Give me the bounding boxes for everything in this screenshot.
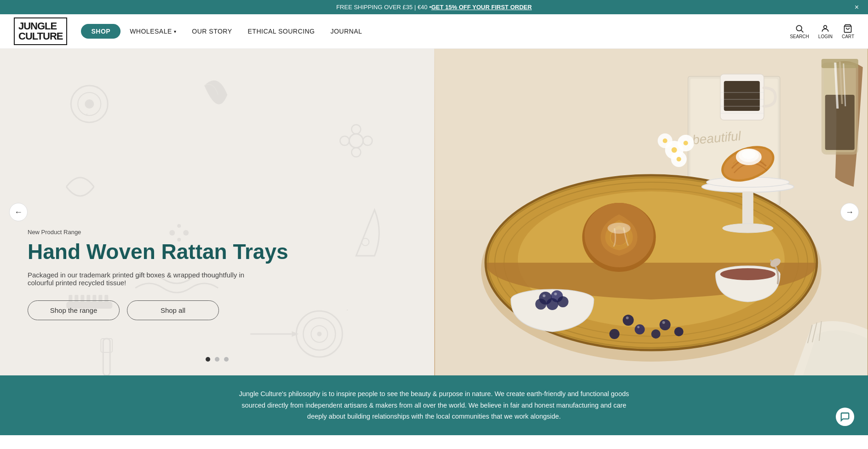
svg-point-61 [722,224,773,233]
hero-content: New Product Range Hand Woven Rattan Tray… [28,229,407,320]
hero-tag: New Product Range [28,229,407,236]
search-button[interactable]: SEARCH [790,24,809,39]
search-icon [795,24,804,33]
bottom-bar-text: Jungle Culture's philosophy is to inspir… [92,388,776,422]
hero-buttons: Shop the range Shop all [28,300,407,320]
svg-point-80 [557,296,568,307]
carousel-dot-3[interactable] [224,357,229,362]
svg-point-49 [683,141,688,145]
svg-line-1 [801,30,804,32]
chat-icon [840,412,850,422]
svg-point-89 [626,317,628,319]
svg-point-78 [546,298,558,310]
shop-range-button[interactable]: Shop the range [28,300,120,320]
announcement-close-button[interactable]: × [855,4,859,11]
hero-right-panel: beautiful [434,49,868,375]
chat-icon-button[interactable] [836,408,854,426]
bottom-bar: Jungle Culture's philosophy is to inspir… [0,375,868,435]
svg-point-67 [742,150,755,159]
svg-point-71 [607,223,630,234]
svg-point-87 [609,329,619,339]
hero-description: Packaged in our trademark printed gift b… [28,271,248,287]
svg-point-79 [535,299,546,310]
nav-wholesale[interactable]: WHOLESALE ▾ [123,24,183,39]
announcement-text: FREE SHIPPING OVER £35 | €40 •GET 15% OF… [336,4,532,11]
hero-background-pattern [0,49,434,375]
hero-image: beautiful [434,49,868,375]
svg-point-84 [634,324,644,334]
svg-point-86 [651,329,660,339]
svg-point-51 [676,157,681,161]
cart-button[interactable]: CART [842,24,854,39]
carousel-prev-button[interactable]: ← [9,203,28,221]
nav-ethical-sourcing[interactable]: ETHICAL SOURCING [241,24,322,39]
hero-section: New Product Range Hand Woven Rattan Tray… [0,49,868,375]
svg-point-0 [796,25,802,31]
svg-point-88 [674,327,683,336]
carousel-dot-2[interactable] [215,357,219,362]
cart-icon [843,24,852,33]
svg-point-90 [637,326,639,328]
svg-point-48 [671,147,677,153]
svg-point-73 [720,268,775,280]
nav-journal[interactable]: JOURNAL [324,24,368,39]
hero-left-panel: New Product Range Hand Woven Rattan Tray… [0,49,434,375]
shop-button[interactable]: SHOP [81,24,121,39]
navbar: JUNGLE CULTURE SHOP WHOLESALE ▾ OUR STOR… [0,14,868,49]
nav-our-story[interactable]: OUR STORY [185,24,238,39]
svg-point-83 [622,315,633,326]
svg-rect-60 [742,191,753,228]
svg-point-2 [824,25,827,29]
svg-point-85 [659,319,670,330]
nav-links: SHOP WHOLESALE ▾ OUR STORY ETHICAL SOURC… [81,24,790,39]
svg-point-50 [662,138,667,143]
announcement-bar: FREE SHIPPING OVER £35 | €40 •GET 15% OF… [0,0,868,14]
svg-point-91 [662,321,665,324]
carousel-dot-1[interactable] [206,357,210,362]
svg-point-82 [554,293,557,295]
svg-point-81 [542,294,545,297]
logo[interactable]: JUNGLE CULTURE [14,17,67,45]
login-button[interactable]: LOGIN [818,24,833,39]
shop-all-button[interactable]: Shop all [127,300,219,320]
user-icon [821,24,830,33]
chevron-down-icon: ▾ [174,29,177,34]
carousel-dots [206,357,229,362]
svg-rect-97 [825,95,854,150]
nav-icons: SEARCH LOGIN CART [790,24,854,39]
hero-title: Hand Woven Rattan Trays [28,240,407,264]
carousel-next-button[interactable]: → [840,203,859,221]
